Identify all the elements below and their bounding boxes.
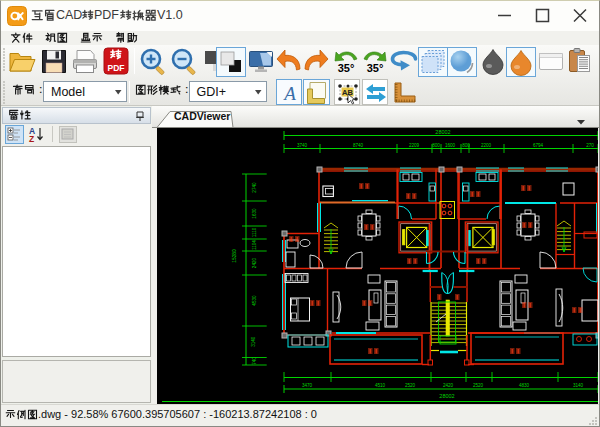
svg-text:3470: 3470 [302,383,313,388]
svg-text:3740: 3740 [297,143,308,148]
svg-text:2200: 2200 [481,143,492,148]
svg-text:740: 740 [252,357,257,365]
svg-text:3140: 3140 [573,383,584,388]
svg-text:V1.0: V1.0 [157,8,183,22]
svg-text:A: A [282,83,296,104]
svg-text:1600: 1600 [445,143,456,148]
svg-text:6794: 6794 [533,143,544,148]
svg-text:2520: 2520 [405,383,416,388]
svg-text:1110: 1110 [252,227,257,237]
svg-text:CADViewer: CADViewer [174,110,230,122]
svg-text:.dwg - 92.58% 67600.395705: .dwg - 92.58% 67600.395705607 : -160213.… [38,408,317,420]
svg-text:CAD: CAD [56,8,82,22]
svg-text:28002: 28002 [435,129,450,135]
svg-text:28002: 28002 [439,393,454,399]
svg-text:800: 800 [462,143,470,148]
svg-text:4830: 4830 [519,383,530,388]
svg-text:15280: 15280 [232,249,237,263]
svg-text:800: 800 [432,143,440,148]
svg-text:2420: 2420 [252,257,257,268]
svg-text:3140: 3140 [252,336,257,347]
svg-text:2520: 2520 [473,383,484,388]
svg-text:1104: 1104 [252,240,257,250]
svg-text:1630: 1630 [252,208,257,219]
svg-text:2209: 2209 [409,143,420,148]
svg-text:Z: Z [29,134,34,144]
svg-text:35°: 35° [338,62,355,74]
svg-text:4530: 4530 [252,295,257,306]
svg-text:2420: 2420 [443,383,454,388]
svg-text:2740: 2740 [252,182,257,193]
svg-text:4510: 4510 [375,383,386,388]
svg-text:8740: 8740 [353,143,364,148]
svg-text:35°: 35° [367,62,384,74]
svg-text:270: 270 [586,143,594,148]
svg-text:PDF: PDF [108,63,125,73]
svg-text:PDF: PDF [94,8,119,22]
